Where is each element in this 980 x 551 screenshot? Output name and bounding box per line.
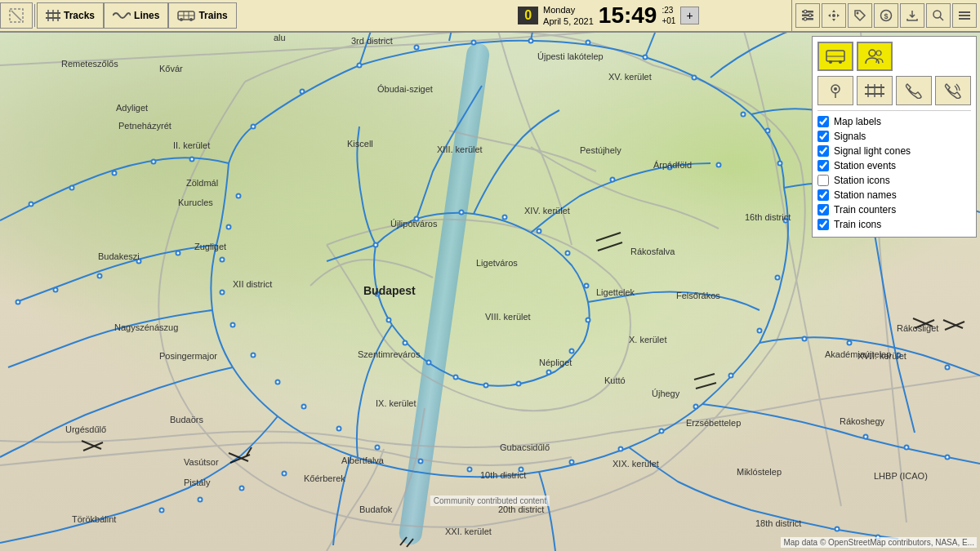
svg-point-19 <box>832 14 835 17</box>
svg-point-18 <box>804 17 807 20</box>
svg-point-8 <box>180 18 183 21</box>
date-label: April 5, 2021 <box>543 16 594 27</box>
trains-icon <box>177 10 195 21</box>
time-display: 15:49 <box>599 2 657 29</box>
svg-point-30 <box>829 60 832 64</box>
layer-track-icon <box>865 82 884 99</box>
layer-people-icon <box>865 48 884 64</box>
money-icon: $ <box>880 9 893 22</box>
train-counters-checkbox[interactable] <box>817 204 829 216</box>
trains-label: Trains <box>198 10 227 21</box>
layer-icon-signal[interactable] <box>817 76 853 105</box>
layer-icon-track[interactable] <box>857 76 893 105</box>
day-label: Monday <box>543 4 594 16</box>
lines-label: Lines <box>134 10 159 21</box>
station-icons-label: Station icons <box>834 175 890 186</box>
svg-text:$: $ <box>884 12 888 20</box>
signals-checkbox[interactable] <box>817 131 829 142</box>
svg-point-36 <box>834 87 837 91</box>
svg-point-33 <box>876 51 881 56</box>
train-icons-checkbox[interactable] <box>817 219 829 230</box>
signals-label: Signals <box>834 131 866 142</box>
layer-item-station-events: Station events <box>817 158 971 173</box>
money-icon-btn[interactable]: $ <box>874 3 898 28</box>
station-events-label: Station events <box>834 160 896 171</box>
tracks-label: Tracks <box>64 10 95 21</box>
lines-icon <box>113 11 131 20</box>
search-icon-btn[interactable] <box>926 3 951 28</box>
date-display: Monday April 5, 2021 <box>543 4 594 28</box>
layer-item-station-icons: Station icons <box>817 173 971 188</box>
svg-line-1 <box>11 11 21 20</box>
signal-light-cones-label: Signal light cones <box>834 145 911 157</box>
zoom-in-button[interactable]: + <box>680 7 698 24</box>
svg-point-9 <box>189 18 193 21</box>
timezone-display: :23 +01 <box>662 5 675 26</box>
tracks-button[interactable]: Tracks <box>37 2 104 29</box>
trains-button[interactable]: Trains <box>168 2 236 29</box>
svg-point-32 <box>869 50 875 56</box>
layer-item-signals: Signals <box>817 129 971 144</box>
train-icons-label: Train icons <box>834 219 881 230</box>
deselect-icon <box>9 8 24 23</box>
map-labels-label: Map labels <box>834 116 881 127</box>
layer-phone-icon <box>904 82 924 99</box>
tz-label: +01 <box>662 16 675 26</box>
layer-icon-phone2[interactable] <box>935 76 971 105</box>
station-events-checkbox[interactable] <box>817 160 829 171</box>
layer-phone2-icon <box>943 82 963 99</box>
layers-icon-row-2 <box>817 76 971 105</box>
signal-light-cones-checkbox[interactable] <box>817 145 829 157</box>
station-names-label: Station names <box>834 189 897 201</box>
right-toolbar: $ <box>791 0 980 33</box>
move-icon-btn[interactable] <box>822 3 846 28</box>
settings-icon-btn[interactable] <box>795 3 820 28</box>
toolbar-separator <box>34 4 35 27</box>
svg-line-24 <box>940 17 943 20</box>
layer-item-train-icons: Train icons <box>817 217 971 232</box>
svg-point-23 <box>933 11 941 18</box>
download-icon-btn[interactable] <box>900 3 924 28</box>
layer-icon-phone[interactable] <box>896 76 932 105</box>
tag-icon-btn[interactable] <box>848 3 872 28</box>
layers-panel: Map labels Signals Signal light cones St… <box>812 36 977 238</box>
layer-item-signal-light-cones: Signal light cones <box>817 144 971 158</box>
train-counters-label: Train counters <box>834 204 896 216</box>
svg-point-16 <box>804 10 807 13</box>
layer-item-train-counters: Train counters <box>817 202 971 217</box>
layer-item-station-names: Station names <box>817 188 971 202</box>
tz-plus: :23 <box>662 5 675 16</box>
svg-point-17 <box>808 14 812 17</box>
menu-icon <box>958 9 971 22</box>
menu-icon-btn[interactable] <box>952 3 977 28</box>
svg-rect-27 <box>959 18 970 20</box>
svg-rect-25 <box>959 11 970 13</box>
svg-point-31 <box>839 60 842 64</box>
layers-divider <box>817 110 971 111</box>
tag-icon <box>853 9 866 22</box>
station-names-checkbox[interactable] <box>817 189 829 201</box>
speed-display: 0 <box>518 7 538 24</box>
tracks-icon <box>46 10 60 21</box>
map-labels-checkbox[interactable] <box>817 116 829 127</box>
lines-button[interactable]: Lines <box>104 2 168 29</box>
layer-icon-train[interactable] <box>817 42 853 71</box>
layer-train-icon <box>826 48 845 64</box>
svg-point-20 <box>857 12 859 15</box>
svg-rect-26 <box>959 15 970 16</box>
layers-icon-row-1 <box>817 42 971 71</box>
move-icon <box>827 9 840 22</box>
deselect-button[interactable] <box>0 2 33 29</box>
settings-icon <box>801 9 814 22</box>
map-container: Remeteszőlős Kővár Adyliget Petneházy­ré… <box>0 0 980 551</box>
search-icon <box>932 9 945 22</box>
layer-icon-people[interactable] <box>857 42 893 71</box>
layer-signal-icon <box>826 82 845 99</box>
center-display: 0 Monday April 5, 2021 15:49 :23 +01 + <box>518 2 698 29</box>
layer-item-map-labels: Map labels <box>817 114 971 129</box>
download-icon <box>906 9 919 22</box>
station-icons-checkbox[interactable] <box>817 175 829 186</box>
